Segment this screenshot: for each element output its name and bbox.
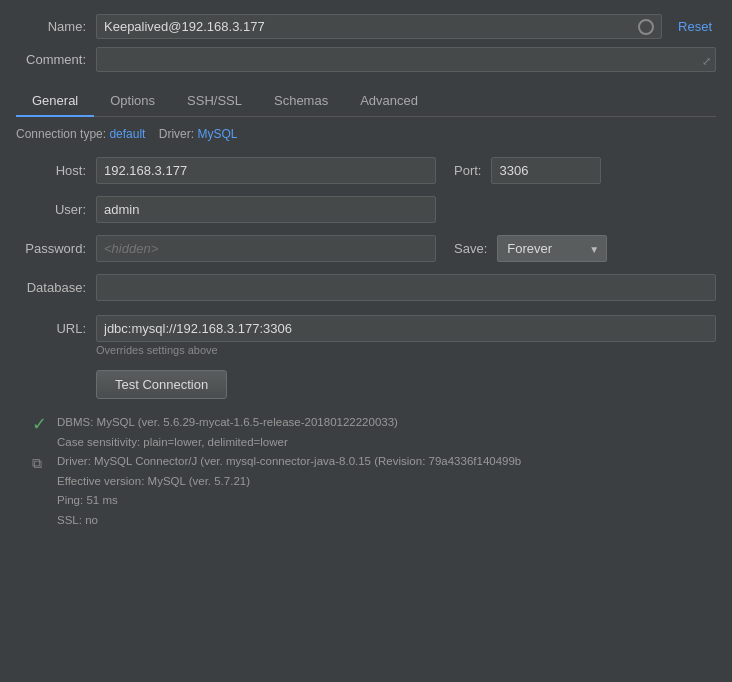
password-input[interactable] xyxy=(96,235,436,262)
tab-ssh-ssl[interactable]: SSH/SSL xyxy=(171,86,258,117)
url-label: URL: xyxy=(16,321,96,336)
user-input[interactable] xyxy=(96,196,436,223)
comment-row: Comment: ⤢ xyxy=(16,47,716,72)
status-icons: ✓ ⧉ xyxy=(32,413,57,472)
conn-driver-label: Driver: xyxy=(159,127,194,141)
status-line-4: Effective version: MySQL (ver. 5.7.21) xyxy=(57,472,521,492)
reset-button[interactable]: Reset xyxy=(674,19,716,34)
password-label: Password: xyxy=(16,241,96,256)
database-label: Database: xyxy=(16,280,96,295)
expand-icon[interactable]: ⤢ xyxy=(702,55,711,68)
database-input[interactable] xyxy=(96,274,716,301)
user-row: User: xyxy=(16,196,716,223)
url-row: URL: xyxy=(16,315,716,342)
conn-driver-value: MySQL xyxy=(197,127,237,141)
status-line-2: Case sensitivity: plain=lower, delimited… xyxy=(57,433,521,453)
name-label: Name: xyxy=(16,19,96,34)
port-input[interactable] xyxy=(491,157,601,184)
host-input[interactable] xyxy=(96,157,436,184)
connection-info: Connection type: default Driver: MySQL xyxy=(16,127,716,141)
name-input[interactable] xyxy=(96,14,662,39)
overrides-hint: Overrides settings above xyxy=(96,344,716,356)
status-line-3: Driver: MySQL Connector/J (ver. mysql-co… xyxy=(57,452,521,472)
main-container: Name: Reset Comment: ⤢ General Options S… xyxy=(0,0,732,546)
host-label: Host: xyxy=(16,163,96,178)
name-row: Name: Reset xyxy=(16,14,716,39)
tab-general[interactable]: General xyxy=(16,86,94,117)
status-line-1: DBMS: MySQL (ver. 5.6.29-mycat-1.6.5-rel… xyxy=(57,413,521,433)
save-select-wrap: Forever For session Never Prompt ▼ xyxy=(497,235,607,262)
save-label: Save: xyxy=(454,241,487,256)
comment-label: Comment: xyxy=(16,52,96,67)
status-line-5: Ping: 51 ms xyxy=(57,491,521,511)
url-input[interactable] xyxy=(96,315,716,342)
test-connection-button[interactable]: Test Connection xyxy=(96,370,227,399)
comment-input-wrap: ⤢ xyxy=(96,47,716,72)
user-label: User: xyxy=(16,202,96,217)
tab-schemas[interactable]: Schemas xyxy=(258,86,344,117)
host-port-row: Host: Port: xyxy=(16,157,716,184)
save-select[interactable]: Forever For session Never Prompt xyxy=(497,235,607,262)
spinner-icon xyxy=(638,19,654,35)
status-area: ✓ ⧉ DBMS: MySQL (ver. 5.6.29-mycat-1.6.5… xyxy=(32,413,716,530)
port-label: Port: xyxy=(454,163,481,178)
name-input-wrap xyxy=(96,14,662,39)
copy-icon: ⧉ xyxy=(32,455,57,472)
status-text: DBMS: MySQL (ver. 5.6.29-mycat-1.6.5-rel… xyxy=(57,413,521,530)
status-line-6: SSL: no xyxy=(57,511,521,531)
conn-type-label: Connection type: xyxy=(16,127,106,141)
tab-options[interactable]: Options xyxy=(94,86,171,117)
check-icon: ✓ xyxy=(32,414,47,434)
comment-input[interactable] xyxy=(96,47,716,72)
tabs: General Options SSH/SSL Schemas Advanced xyxy=(16,86,716,117)
tab-advanced[interactable]: Advanced xyxy=(344,86,434,117)
conn-type-value: default xyxy=(109,127,145,141)
password-row: Password: Save: Forever For session Neve… xyxy=(16,235,716,262)
database-row: Database: xyxy=(16,274,716,301)
